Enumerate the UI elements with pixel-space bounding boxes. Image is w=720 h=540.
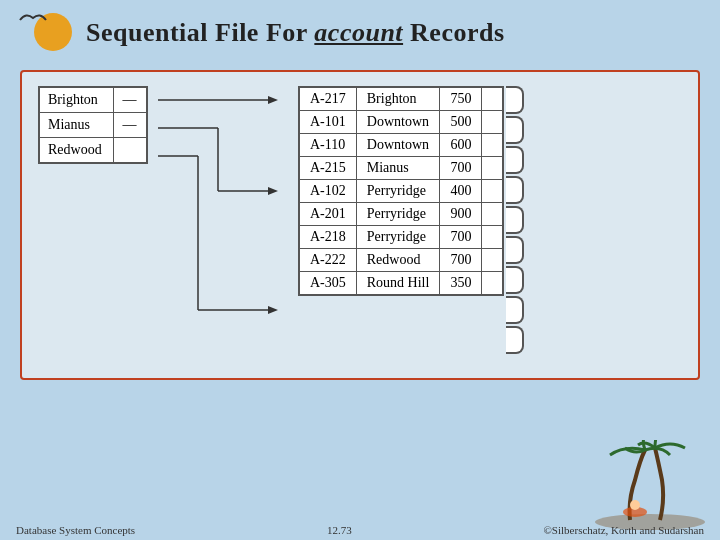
next-pointer bbox=[482, 134, 503, 157]
header: Sequential File For account Records bbox=[0, 0, 720, 66]
svg-point-12 bbox=[630, 500, 640, 510]
scroll-curl-4 bbox=[506, 176, 524, 204]
balance: 700 bbox=[440, 226, 482, 249]
index-table: Brighton—Mianus—Redwood bbox=[38, 86, 148, 164]
next-pointer bbox=[482, 157, 503, 180]
branch-name: Redwood bbox=[356, 249, 440, 272]
data-row: A-222Redwood700 bbox=[300, 249, 503, 272]
index-branch-name: Brighton bbox=[40, 88, 114, 113]
next-pointer bbox=[482, 180, 503, 203]
scroll-curl-9 bbox=[506, 326, 524, 354]
data-row: A-102Perryridge400 bbox=[300, 180, 503, 203]
data-row: A-101Downtown500 bbox=[300, 111, 503, 134]
balance: 900 bbox=[440, 203, 482, 226]
next-pointer bbox=[482, 88, 503, 111]
scroll-curl-8 bbox=[506, 296, 524, 324]
account-number: A-101 bbox=[300, 111, 357, 134]
balance: 700 bbox=[440, 249, 482, 272]
index-row: Brighton— bbox=[40, 88, 147, 113]
account-number: A-102 bbox=[300, 180, 357, 203]
balance: 350 bbox=[440, 272, 482, 295]
account-number: A-305 bbox=[300, 272, 357, 295]
title-rest: Records bbox=[403, 18, 504, 47]
account-number: A-218 bbox=[300, 226, 357, 249]
svg-marker-1 bbox=[268, 96, 278, 104]
data-row: A-218Perryridge700 bbox=[300, 226, 503, 249]
data-row: A-110Downtown600 bbox=[300, 134, 503, 157]
scroll-curl-5 bbox=[506, 206, 524, 234]
balance: 400 bbox=[440, 180, 482, 203]
scroll-curl-1 bbox=[506, 86, 524, 114]
balance: 600 bbox=[440, 134, 482, 157]
index-branch-name: Redwood bbox=[40, 138, 114, 163]
index-branch-name: Mianus bbox=[40, 113, 114, 138]
logo bbox=[16, 8, 76, 58]
index-pointer: — bbox=[114, 113, 147, 138]
branch-name: Brighton bbox=[356, 88, 440, 111]
data-section: A-217Brighton750A-101Downtown500A-110Dow… bbox=[298, 86, 526, 356]
data-row: A-217Brighton750 bbox=[300, 88, 503, 111]
scroll-curl-3 bbox=[506, 146, 524, 174]
data-row: A-305Round Hill350 bbox=[300, 272, 503, 295]
svg-marker-5 bbox=[268, 187, 278, 195]
scroll-indicator bbox=[504, 86, 526, 356]
palm-svg bbox=[590, 440, 710, 530]
balance: 700 bbox=[440, 157, 482, 180]
account-number: A-222 bbox=[300, 249, 357, 272]
balance: 750 bbox=[440, 88, 482, 111]
next-pointer bbox=[482, 111, 503, 134]
svg-marker-9 bbox=[268, 306, 278, 314]
scroll-curl-7 bbox=[506, 266, 524, 294]
balance: 500 bbox=[440, 111, 482, 134]
branch-name: Downtown bbox=[356, 111, 440, 134]
account-number: A-217 bbox=[300, 88, 357, 111]
account-number: A-215 bbox=[300, 157, 357, 180]
title-italic: account bbox=[314, 18, 403, 47]
data-row: A-215Mianus700 bbox=[300, 157, 503, 180]
branch-name: Perryridge bbox=[356, 226, 440, 249]
page-title: Sequential File For account Records bbox=[86, 18, 505, 48]
index-pointer: — bbox=[114, 88, 147, 113]
footer: Database System Concepts 12.73 ©Silbersc… bbox=[0, 524, 720, 536]
arrows-svg bbox=[158, 86, 288, 346]
data-table: A-217Brighton750A-101Downtown500A-110Dow… bbox=[298, 86, 504, 296]
data-row: A-201Perryridge900 bbox=[300, 203, 503, 226]
account-number: A-110 bbox=[300, 134, 357, 157]
index-pointer bbox=[114, 138, 147, 163]
arrow-area bbox=[158, 86, 288, 346]
scroll-curl-6 bbox=[506, 236, 524, 264]
next-pointer bbox=[482, 272, 503, 295]
next-pointer bbox=[482, 226, 503, 249]
branch-name: Downtown bbox=[356, 134, 440, 157]
footer-left-text: Database System Concepts bbox=[16, 524, 135, 536]
index-row: Mianus— bbox=[40, 113, 147, 138]
branch-name: Mianus bbox=[356, 157, 440, 180]
bird-icon bbox=[18, 10, 48, 30]
footer-copyright: ©Silberschatz, Korth and Sudarshan bbox=[544, 524, 705, 536]
title-plain: Sequential File For bbox=[86, 18, 314, 47]
branch-name: Round Hill bbox=[356, 272, 440, 295]
next-pointer bbox=[482, 203, 503, 226]
branch-name: Perryridge bbox=[356, 180, 440, 203]
branch-name: Perryridge bbox=[356, 203, 440, 226]
footer-page-number: 12.73 bbox=[327, 524, 352, 536]
next-pointer bbox=[482, 249, 503, 272]
diagram-container: Brighton—Mianus—Redwood A-217Brighton750… bbox=[20, 70, 700, 380]
scroll-curl-2 bbox=[506, 116, 524, 144]
index-row: Redwood bbox=[40, 138, 147, 163]
palm-decoration bbox=[590, 440, 710, 530]
account-number: A-201 bbox=[300, 203, 357, 226]
